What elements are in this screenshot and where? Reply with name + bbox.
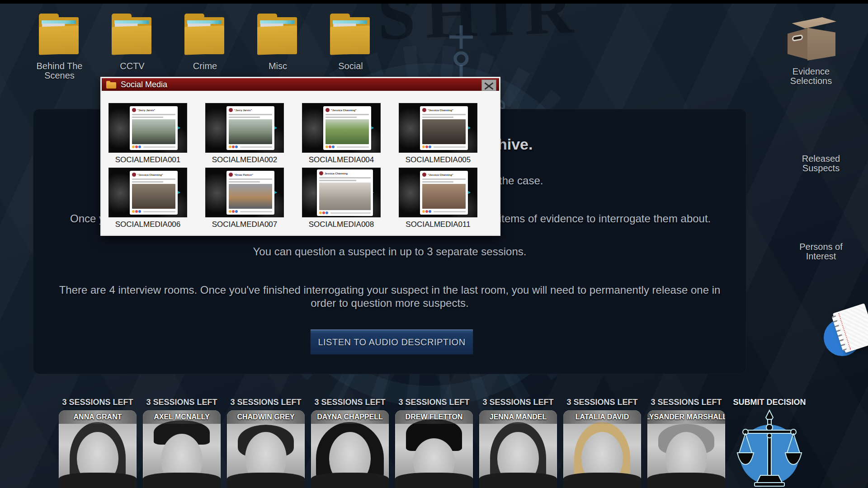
suspect-card[interactable]: 3 SESSIONS LEFT ANNA GRANT (59, 398, 137, 488)
social-media-item: "Jessica Channing" SOCIALMEDIA004 (302, 103, 399, 168)
persons-of-interest[interactable]: Persons of Interest (787, 192, 855, 261)
social-media-thumbnail[interactable]: "Jerry Jarvis" (108, 103, 187, 153)
suspect-card[interactable]: 3 SESSIONS LEFT JENNA MANDEL (479, 398, 557, 488)
crest-letters: SHIR (376, 0, 585, 55)
post-text-line (132, 178, 175, 180)
social-post-card: "Jerry Jarvis" (226, 106, 274, 150)
notepad-icon[interactable] (830, 307, 868, 355)
reaction-icon (425, 145, 428, 148)
suspect-name: LATALIA DAVID (563, 410, 641, 424)
social-media-thumbnail[interactable]: "Drew Fletton" (205, 168, 284, 217)
social-media-item: Jessica Channing SOCIALMEDIA008 (302, 168, 399, 232)
suspect-card[interactable]: 3 SESSIONS LEFT DREW FLETTON (395, 398, 473, 488)
post-text-line (422, 178, 466, 180)
desktop-folder[interactable]: Behind The Scenes (23, 13, 96, 80)
scales-of-justice-icon (736, 409, 803, 487)
post-avatar (422, 108, 426, 112)
social-media-thumbnail[interactable]: Jessica Channing (302, 168, 381, 217)
archive-heading-fragment: hive. (498, 136, 533, 153)
close-icon[interactable] (481, 80, 496, 91)
reaction-icon (425, 210, 428, 213)
listen-audio-description-button[interactable]: LISTEN TO AUDIO DESCRIPTION (310, 329, 473, 355)
dialog-title: Social Media (121, 80, 167, 89)
evidence-selections[interactable]: Evidence Selections (776, 15, 846, 86)
suspect-card[interactable]: 3 SESSIONS LEFT LATALIA DAVID (563, 398, 641, 488)
post-meta-bar (434, 211, 466, 212)
desktop-folder[interactable]: Misc (241, 13, 314, 80)
reaction-icon (235, 145, 238, 148)
social-media-item: "Jerry Jarvis" SOCIALMEDIA001 (108, 103, 205, 168)
post-author: "Jessica Channing" (331, 109, 357, 112)
released-suspects[interactable]: Released Suspects (787, 103, 855, 173)
evidence-box-icon (784, 15, 838, 63)
post-avatar (229, 173, 233, 177)
post-avatar (132, 108, 136, 112)
post-meta-bar (434, 146, 466, 148)
social-media-thumbnail[interactable]: "Jessica Channing" (108, 168, 187, 217)
post-text-line (422, 117, 453, 118)
post-text-line (229, 117, 260, 118)
reaction-icon (322, 211, 325, 214)
persons-of-interest-label: Persons of Interest (787, 242, 855, 261)
social-post-card: "Jessica Channing" (130, 171, 178, 215)
desktop-folder[interactable]: Crime (169, 13, 241, 80)
reaction-icon (422, 145, 425, 148)
social-post-card: "Jessica Channing" (420, 106, 468, 150)
folder-icon (182, 13, 229, 61)
reaction-icon (229, 210, 231, 213)
folder-label: Social (338, 61, 363, 71)
folder-label: CCTV (120, 61, 144, 71)
folder-icon (327, 13, 374, 61)
reaction-icon (138, 145, 141, 148)
top-black-strip (0, 0, 868, 4)
social-media-thumbnail[interactable]: "Jessica Channing" (399, 168, 477, 217)
post-author: "Jerry Jarvis" (137, 109, 155, 112)
mugshot-torso (59, 473, 137, 488)
suspect-card[interactable]: 3 SESSIONS LEFT LYSANDER MARSHALL (647, 398, 725, 488)
social-media-thumbnail[interactable]: "Jerry Jarvis" (205, 103, 284, 153)
post-text-line (229, 181, 260, 183)
social-post-card: "Drew Fletton" (226, 171, 274, 215)
suspect-mugshot: LYSANDER MARSHALL (647, 410, 725, 488)
submit-decision[interactable]: SUBMIT DECISION (726, 398, 812, 487)
folder-label: Behind The Scenes (32, 61, 87, 80)
post-author: "Jessica Channing" (428, 174, 453, 176)
suspect-card[interactable]: 3 SESSIONS LEFT AXEL MCNALLY (143, 398, 221, 488)
desktop-folder[interactable]: Social (314, 13, 387, 80)
mugshot-torso (227, 473, 305, 488)
post-text-line (319, 177, 371, 178)
post-avatar (229, 108, 233, 112)
social-media-item: "Jessica Channing" SOCIALMEDIA006 (108, 168, 205, 232)
folder-icon (109, 13, 156, 61)
desktop-folder[interactable]: CCTV (96, 13, 169, 80)
sessions-left-label: 3 SESSIONS LEFT (146, 398, 217, 407)
social-media-dialog: Social Media "Jerry Jarvis" (100, 77, 500, 236)
suspect-card[interactable]: 3 SESSIONS LEFT CHADWIN GREY (227, 398, 305, 488)
thumbnail-label: SOCIALMEDIA004 (302, 155, 381, 164)
reaction-icon (422, 210, 425, 213)
suspect-name: DAYNA CHAPPELL (311, 410, 389, 424)
post-text-line (132, 114, 175, 115)
suspect-name: AXEL MCNALLY (143, 410, 221, 424)
social-media-thumbnail[interactable]: "Jessica Channing" (399, 103, 477, 153)
reaction-icon (429, 145, 431, 148)
social-media-item: "Jessica Channing" SOCIALMEDIA011 (399, 168, 495, 232)
dialog-titlebar[interactable]: Social Media (102, 78, 499, 91)
social-post-card: "Jerry Jarvis" (130, 106, 178, 150)
instruction-line3-left-fragment: Once y (70, 212, 104, 225)
reaction-icon (135, 210, 138, 213)
suspect-mugshot: DREW FLETTON (395, 410, 473, 488)
post-author: Jessica Channing (325, 172, 348, 175)
suspect-card[interactable]: 3 SESSIONS LEFT DAYNA CHAPPELL (311, 398, 389, 488)
social-media-thumbnail[interactable]: "Jessica Channing" (302, 103, 381, 153)
suspect-mugshot: JENNA MANDEL (479, 410, 557, 488)
thumbnail-label: SOCIALMEDIA002 (205, 155, 284, 164)
desktop-folders: Behind The Scenes CCTV Crime Misc Social (23, 13, 387, 80)
post-author: "Jerry Jarvis" (234, 109, 252, 112)
mugshot-torso (311, 473, 389, 488)
reaction-icon (329, 145, 331, 148)
folder-label: Misc (269, 61, 287, 71)
sessions-left-label: 3 SESSIONS LEFT (62, 398, 133, 407)
social-media-item: "Drew Fletton" SOCIALMEDIA007 (205, 168, 302, 232)
mugshot-torso (143, 473, 221, 488)
